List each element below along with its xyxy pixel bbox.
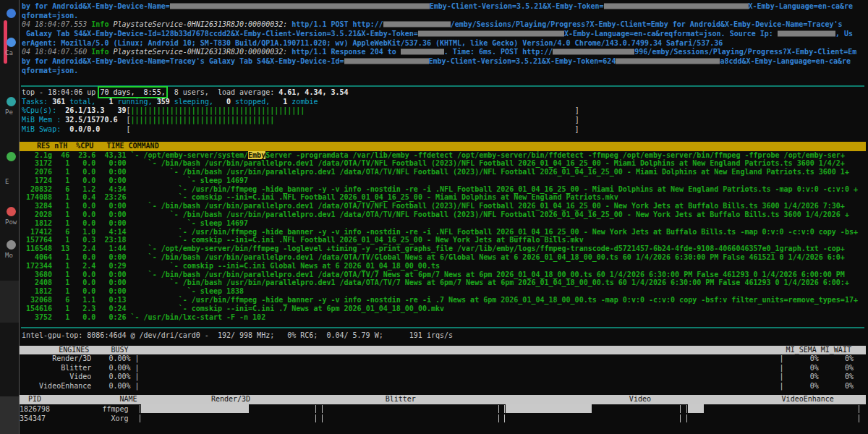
process-row: 3172 1 0.0 0:00 `- /bin/bash /usr/bin/pa… (22, 159, 868, 168)
gpu-engine-row: Video 0.00% | | 0% 0% (22, 373, 868, 382)
gpu-client-row: 354347 Xorg (20, 414, 866, 423)
dock-app-label: Pe (5, 109, 13, 116)
top-tasks-line: Tasks: 361 total, 1 running, 359 sleepin… (22, 98, 868, 107)
process-row: 154616 1 2.3 0:24 `- comskip --ini=C.ini… (22, 305, 868, 313)
bar-cell-divider (859, 405, 859, 413)
bar-cell-divider (315, 405, 316, 413)
dock-app-icon[interactable] (7, 97, 16, 106)
bar-cell-divider (859, 414, 859, 422)
gpu-busy-bar (688, 404, 704, 414)
terminal-window[interactable]: by for Android&X-Emby-Device-Name=Emby-C… (19, 0, 868, 434)
redaction-block (553, 49, 634, 55)
top-meter-line: MiB Mem : 32.5/15770.6 [||||||||||||||||… (22, 116, 868, 125)
gpu-engine-row: Blitter 0.00% | | 0% 0% (22, 364, 868, 373)
gpu-engines-rows: Render/3D 0.00% | | 0% 0% Blitter (22, 354, 868, 391)
bar-cell-divider (498, 405, 499, 413)
process-table-header-text: RES nTH %CPU TIME COMMAND (20, 142, 866, 151)
process-row: 3680 1 0.0 0:00 `- /bin/bash /usr/bin/pa… (22, 271, 868, 279)
dock-app-label: Pow (5, 218, 17, 226)
gpu-info-line: intel-gpu-top: 8086:46d4 @ /dev/dri/card… (22, 331, 868, 341)
process-row: 4064 1 0.0 0:00 `- /bin/bash /usr/bin/pa… (22, 253, 868, 262)
log-line: 04 18:04:07.560 Info PlaystateService-0H… (22, 48, 868, 57)
dock-app-label: E (5, 178, 9, 185)
process-row: 2408 1 0.0 0:00 `- /bin/bash /usr/bin/pa… (22, 278, 868, 287)
redaction-block (401, 49, 444, 55)
dock-window-fragment (0, 281, 19, 323)
process-row: 116548 13 2.4 1:44 `- /opt/emby-server/b… (22, 244, 868, 253)
log-line: erAgent: Mozilla/5.0 (Linux; Android 10;… (22, 39, 868, 48)
process-table-header: RES nTH %CPU TIME COMMAND (20, 142, 866, 151)
gpu-engine-row: VideoEnhance 0.00% | | 0% 0% (22, 382, 868, 391)
dock-app-icon[interactable] (7, 9, 16, 18)
log-line: qformat=json. (22, 12, 868, 21)
process-row: 2.1g 46 23.6 43,31 `- /opt/emby-server/s… (22, 151, 868, 160)
redaction-block (170, 4, 430, 9)
bar-cell-divider (140, 405, 140, 413)
gpu-engines-header: ENGINES BUSY MI_SEMA MI_WAIT (20, 346, 866, 355)
process-row: 172344 1 2.4 0:29 `- comskip --ini=C.ini… (22, 262, 868, 271)
gpu-clients-header: PID NAME Render/3D Blitter Video VideoEn… (20, 395, 866, 404)
redaction-block (344, 59, 429, 64)
process-row: 1812 1 0.0 0:00 `- sleep 1838 (22, 287, 868, 296)
log-line: by for Android&X-Emby-Device-Name=Emby-C… (22, 2, 868, 12)
process-row: 32068 6 1.1 0:13 `- /usr/bin/ffmpeg -hid… (22, 296, 868, 305)
top-uptime-line: top - 18:04:06 up 70 days, 8:55, 8 users… (22, 88, 868, 98)
bar-cell-divider (680, 414, 681, 422)
dock-app-label: Ca (5, 49, 13, 56)
dock-app-icon[interactable] (7, 152, 16, 161)
gpu-client-row: 1826798 ffmpeg (20, 404, 866, 414)
process-row: 1812 1 0.0 0:00 `- sleep 14697 (22, 219, 868, 228)
gpu-monitor: intel-gpu-top: 8086:46d4 @ /dev/dri/card… (22, 331, 868, 341)
process-row: 3284 1 0.0 0:00 `- /bin/bash /usr/bin/pa… (22, 202, 868, 210)
bar-cell-divider (498, 414, 499, 422)
separator-bottom (21, 327, 864, 328)
bar-cell-divider (140, 414, 140, 422)
redaction-block (418, 31, 564, 37)
bar-cell-divider (686, 414, 687, 422)
process-row: 17412 6 1.0 4:14 `- /usr/bin/ffmpeg -hid… (22, 228, 868, 237)
redaction-block (383, 22, 451, 27)
process-table: 2.1g 46 23.6 43,31 `- /opt/emby-server/s… (22, 151, 868, 322)
process-row: 20832 6 1.2 4:34 `- /usr/bin/ffmpeg -hid… (22, 185, 868, 194)
process-row: 2028 1 0.0 0:00 `- /bin/bash /usr/bin/pa… (22, 210, 868, 219)
gpu-client-name: 354347 Xorg (20, 414, 866, 423)
process-row: 157764 1 0.3 23:18 `- comskip --ini=C.in… (22, 236, 868, 244)
log-line: Galaxy Tab S4&X-Emby-Device-Id=128b33d76… (22, 30, 868, 39)
gpu-busy-bar (506, 404, 592, 414)
bar-cell-divider (315, 414, 316, 422)
process-row: 1724 1 0.0 0:00 `- sleep 14697 (22, 176, 868, 185)
bar-cell-divider (322, 414, 323, 422)
top-summary: top - 18:04:06 up 70 days, 8:55, 8 users… (22, 88, 868, 134)
dock-strip: CaPeEPowMo (0, 0, 19, 434)
process-row: 2076 1 0.0 0:00 `- /bin/bash /usr/bin/pa… (22, 168, 868, 176)
emby-log: by for Android&X-Emby-Device-Name=Emby-C… (22, 2, 868, 76)
dock-window-fragment (0, 396, 19, 434)
bar-cell-divider (504, 405, 505, 413)
top-meter-line: %Cpu(s): 26.1/13.3 39[||||||||||||||||||… (22, 106, 868, 116)
top-meter-line: MiB Swap: 0.0/0.0 [ ] (22, 125, 868, 135)
dock-app-icon[interactable] (7, 207, 16, 216)
process-row: 174088 1 0.4 23:26 `- comskip --ini=C.in… (22, 193, 868, 202)
bar-cell-divider (504, 414, 505, 422)
dock-app-icon[interactable] (7, 240, 16, 250)
bar-cell-divider (680, 405, 681, 413)
log-line: by for Android&X-Emby-Device-Name=Tracey… (22, 57, 868, 67)
dock-app-icon[interactable] (7, 38, 16, 47)
gpu-engines-header-text: ENGINES BUSY MI_SEMA MI_WAIT (20, 346, 866, 355)
log-line: qformat=json. (22, 67, 868, 76)
redaction-block (616, 59, 720, 64)
gpu-busy-bar (141, 404, 249, 414)
redaction-block (778, 31, 835, 37)
redaction-block (604, 4, 749, 9)
process-row: 3752 1 0.0 0:26 `- /usr/bin/lxc-start -F… (22, 313, 868, 322)
bar-cell-divider (322, 405, 323, 413)
separator-top (21, 85, 864, 87)
gpu-engine-row: Render/3D 0.00% | | 0% 0% (22, 354, 868, 364)
dock-app-label: Mo (5, 252, 13, 259)
log-line: 04 18:04:07.553 Info PlaystateService-0H… (22, 20, 868, 30)
gpu-clients-header-text: PID NAME Render/3D Blitter Video VideoEn… (20, 395, 866, 404)
bar-cell-divider (686, 405, 687, 413)
screen: { "dock": { "accent": {"x":5,"y":28,"w":… (0, 0, 868, 434)
